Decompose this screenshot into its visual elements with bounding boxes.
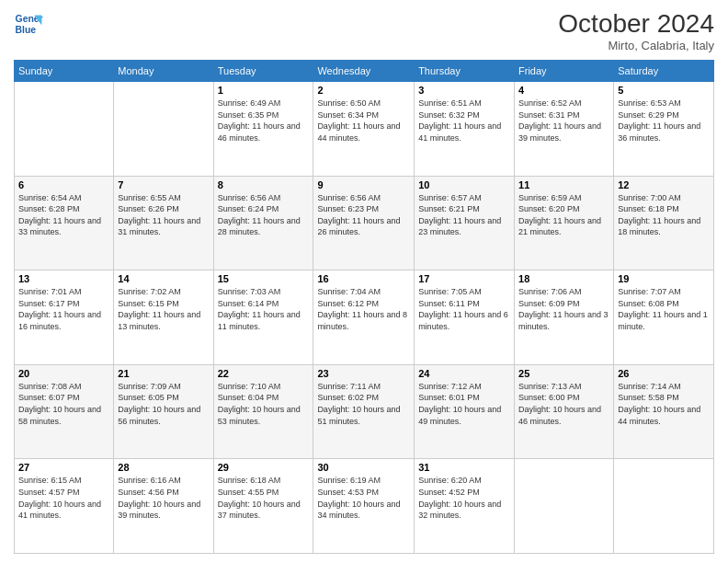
day-number: 23: [317, 368, 410, 379]
calendar-cell: 10Sunrise: 6:57 AMSunset: 6:21 PMDayligh…: [415, 176, 515, 270]
day-info: Sunrise: 6:15 AMSunset: 4:57 PMDaylight:…: [18, 475, 109, 521]
day-number: 17: [418, 273, 510, 284]
day-number: 9: [317, 179, 410, 190]
week-row-2: 6Sunrise: 6:54 AMSunset: 6:28 PMDaylight…: [15, 176, 714, 270]
day-info: Sunrise: 6:16 AMSunset: 4:56 PMDaylight:…: [118, 475, 209, 521]
calendar-cell: 22Sunrise: 7:10 AMSunset: 6:04 PMDayligh…: [213, 364, 313, 459]
calendar-cell: 24Sunrise: 7:12 AMSunset: 6:01 PMDayligh…: [415, 364, 515, 459]
week-row-3: 13Sunrise: 7:01 AMSunset: 6:17 PMDayligh…: [15, 270, 714, 365]
day-info: Sunrise: 6:51 AMSunset: 6:32 PMDaylight:…: [418, 98, 510, 144]
week-row-4: 20Sunrise: 7:08 AMSunset: 6:07 PMDayligh…: [15, 364, 714, 459]
day-number: 18: [518, 273, 609, 284]
day-info: Sunrise: 7:08 AMSunset: 6:07 PMDaylight:…: [18, 381, 109, 427]
day-info: Sunrise: 7:04 AMSunset: 6:12 PMDaylight:…: [317, 286, 410, 332]
day-number: 2: [317, 85, 410, 96]
day-number: 15: [218, 273, 310, 284]
day-info: Sunrise: 7:07 AMSunset: 6:08 PMDaylight:…: [618, 286, 710, 332]
calendar-cell: 3Sunrise: 6:51 AMSunset: 6:32 PMDaylight…: [415, 82, 515, 177]
day-info: Sunrise: 7:00 AMSunset: 6:18 PMDaylight:…: [618, 192, 710, 238]
day-number: 29: [218, 462, 310, 473]
location: Mirto, Calabria, Italy: [558, 39, 714, 52]
day-number: 26: [618, 368, 710, 379]
calendar-cell: 1Sunrise: 6:49 AMSunset: 6:35 PMDaylight…: [213, 82, 313, 177]
day-info: Sunrise: 6:56 AMSunset: 6:24 PMDaylight:…: [218, 192, 310, 238]
calendar-cell: 30Sunrise: 6:19 AMSunset: 4:53 PMDayligh…: [313, 459, 415, 554]
calendar-cell: 31Sunrise: 6:20 AMSunset: 4:52 PMDayligh…: [415, 459, 515, 554]
weekday-header-tuesday: Tuesday: [213, 61, 313, 82]
day-number: 6: [18, 179, 109, 190]
day-number: 28: [118, 462, 209, 473]
day-info: Sunrise: 6:52 AMSunset: 6:31 PMDaylight:…: [518, 98, 609, 144]
day-info: Sunrise: 6:18 AMSunset: 4:55 PMDaylight:…: [218, 475, 310, 521]
weekday-header-friday: Friday: [515, 61, 614, 82]
calendar-cell: [515, 459, 614, 554]
header: General Blue October 2024 Mirto, Calabri…: [14, 9, 714, 52]
calendar-cell: 9Sunrise: 6:56 AMSunset: 6:23 PMDaylight…: [313, 176, 415, 270]
day-number: 4: [518, 85, 609, 96]
day-info: Sunrise: 7:02 AMSunset: 6:15 PMDaylight:…: [118, 286, 209, 332]
calendar-cell: 25Sunrise: 7:13 AMSunset: 6:00 PMDayligh…: [515, 364, 614, 459]
title-block: October 2024 Mirto, Calabria, Italy: [558, 9, 714, 52]
calendar-cell: 8Sunrise: 6:56 AMSunset: 6:24 PMDaylight…: [213, 176, 313, 270]
calendar-cell: 18Sunrise: 7:06 AMSunset: 6:09 PMDayligh…: [515, 270, 614, 365]
calendar-cell: 14Sunrise: 7:02 AMSunset: 6:15 PMDayligh…: [114, 270, 213, 365]
day-info: Sunrise: 6:54 AMSunset: 6:28 PMDaylight:…: [18, 192, 109, 238]
svg-text:Blue: Blue: [16, 25, 37, 35]
day-number: 19: [618, 273, 710, 284]
day-info: Sunrise: 6:56 AMSunset: 6:23 PMDaylight:…: [317, 192, 410, 238]
calendar-cell: [114, 82, 213, 177]
calendar-cell: 4Sunrise: 6:52 AMSunset: 6:31 PMDaylight…: [515, 82, 614, 177]
day-number: 12: [618, 179, 710, 190]
month-title: October 2024: [558, 9, 714, 39]
weekday-header-sunday: Sunday: [15, 61, 114, 82]
weekday-header-wednesday: Wednesday: [313, 61, 415, 82]
calendar-cell: 13Sunrise: 7:01 AMSunset: 6:17 PMDayligh…: [15, 270, 114, 365]
week-row-1: 1Sunrise: 6:49 AMSunset: 6:35 PMDaylight…: [15, 82, 714, 177]
day-info: Sunrise: 7:09 AMSunset: 6:05 PMDaylight:…: [118, 381, 209, 427]
weekday-header-row: SundayMondayTuesdayWednesdayThursdayFrid…: [15, 61, 714, 82]
day-info: Sunrise: 7:11 AMSunset: 6:02 PMDaylight:…: [317, 381, 410, 427]
calendar-cell: 2Sunrise: 6:50 AMSunset: 6:34 PMDaylight…: [313, 82, 415, 177]
week-row-5: 27Sunrise: 6:15 AMSunset: 4:57 PMDayligh…: [15, 459, 714, 554]
day-info: Sunrise: 6:55 AMSunset: 6:26 PMDaylight:…: [118, 192, 209, 238]
day-number: 10: [418, 179, 510, 190]
day-number: 5: [618, 85, 710, 96]
day-number: 14: [118, 273, 209, 284]
calendar-cell: [614, 459, 714, 554]
day-info: Sunrise: 7:10 AMSunset: 6:04 PMDaylight:…: [218, 381, 310, 427]
calendar-cell: [15, 82, 114, 177]
day-info: Sunrise: 7:01 AMSunset: 6:17 PMDaylight:…: [18, 286, 109, 332]
day-number: 11: [518, 179, 609, 190]
day-info: Sunrise: 6:57 AMSunset: 6:21 PMDaylight:…: [418, 192, 510, 238]
calendar-cell: 6Sunrise: 6:54 AMSunset: 6:28 PMDaylight…: [15, 176, 114, 270]
day-number: 30: [317, 462, 410, 473]
calendar-cell: 11Sunrise: 6:59 AMSunset: 6:20 PMDayligh…: [515, 176, 614, 270]
day-number: 8: [218, 179, 310, 190]
day-number: 16: [317, 273, 410, 284]
calendar-cell: 21Sunrise: 7:09 AMSunset: 6:05 PMDayligh…: [114, 364, 213, 459]
calendar-cell: 16Sunrise: 7:04 AMSunset: 6:12 PMDayligh…: [313, 270, 415, 365]
day-info: Sunrise: 7:13 AMSunset: 6:00 PMDaylight:…: [518, 381, 609, 427]
day-number: 20: [18, 368, 109, 379]
day-number: 31: [418, 462, 510, 473]
day-number: 7: [118, 179, 209, 190]
day-info: Sunrise: 7:06 AMSunset: 6:09 PMDaylight:…: [518, 286, 609, 332]
day-info: Sunrise: 6:19 AMSunset: 4:53 PMDaylight:…: [317, 475, 410, 521]
day-number: 27: [18, 462, 109, 473]
day-number: 13: [18, 273, 109, 284]
calendar-cell: 27Sunrise: 6:15 AMSunset: 4:57 PMDayligh…: [15, 459, 114, 554]
day-info: Sunrise: 6:49 AMSunset: 6:35 PMDaylight:…: [218, 98, 310, 144]
calendar-cell: 26Sunrise: 7:14 AMSunset: 5:58 PMDayligh…: [614, 364, 714, 459]
calendar-cell: 5Sunrise: 6:53 AMSunset: 6:29 PMDaylight…: [614, 82, 714, 177]
weekday-header-saturday: Saturday: [614, 61, 714, 82]
calendar-cell: 17Sunrise: 7:05 AMSunset: 6:11 PMDayligh…: [415, 270, 515, 365]
day-info: Sunrise: 6:20 AMSunset: 4:52 PMDaylight:…: [418, 475, 510, 521]
calendar-cell: 7Sunrise: 6:55 AMSunset: 6:26 PMDaylight…: [114, 176, 213, 270]
day-info: Sunrise: 7:03 AMSunset: 6:14 PMDaylight:…: [218, 286, 310, 332]
day-info: Sunrise: 7:05 AMSunset: 6:11 PMDaylight:…: [418, 286, 510, 332]
calendar-page: General Blue October 2024 Mirto, Calabri…: [0, 0, 728, 563]
day-info: Sunrise: 7:14 AMSunset: 5:58 PMDaylight:…: [618, 381, 710, 427]
calendar-cell: 15Sunrise: 7:03 AMSunset: 6:14 PMDayligh…: [213, 270, 313, 365]
day-info: Sunrise: 6:50 AMSunset: 6:34 PMDaylight:…: [317, 98, 410, 144]
calendar-cell: 28Sunrise: 6:16 AMSunset: 4:56 PMDayligh…: [114, 459, 213, 554]
